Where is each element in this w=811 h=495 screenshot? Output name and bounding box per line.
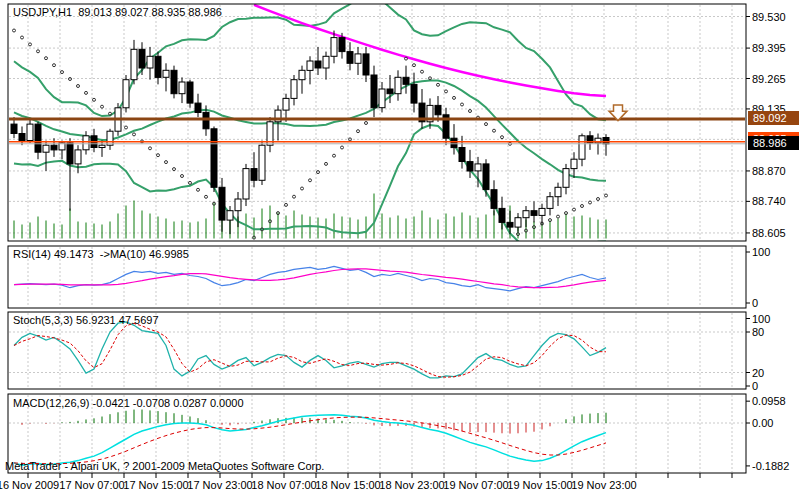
price-badge-bid: 88.986 bbox=[748, 136, 799, 150]
price-axis-label: 89.265 bbox=[752, 73, 786, 85]
time-axis-label: 19 Nov 23:00 bbox=[559, 479, 649, 491]
stoch-axis-label: 100 bbox=[752, 313, 770, 325]
price-axis-label: 89.530 bbox=[752, 11, 786, 23]
chart-title: USDJPY,H1 89.013 89.027 88.935 88.986 bbox=[13, 6, 222, 19]
rsi-axis-label: 0 bbox=[752, 297, 758, 309]
rsi-indicator-label: RSI(14) 49.1473 ->MA(10) 46.9985 bbox=[13, 248, 189, 261]
copyright-text: MetaTrader - Alpari UK, ? 2001-2009 Meta… bbox=[5, 460, 324, 473]
stoch-axis-label: 80 bbox=[752, 326, 764, 338]
macd-axis-label: 0.0958 bbox=[752, 395, 786, 407]
stoch-axis-label: 20 bbox=[752, 367, 764, 379]
mt4-chart-window[interactable]: USDJPY,H1 89.013 89.027 88.935 88.986 RS… bbox=[0, 0, 811, 495]
stoch-indicator-label: Stoch(5,3,3) 56.9231 47.5697 bbox=[13, 314, 159, 327]
price-axis-label: 88.740 bbox=[752, 195, 786, 207]
macd-indicator-label: MACD(12,26,9) -0.0421 -0.0708 0.0287 0.0… bbox=[13, 397, 244, 410]
macd-axis-label: 0.00 bbox=[752, 417, 773, 429]
stoch-axis-label: 0 bbox=[752, 380, 758, 392]
price-badge-level: 89.092 bbox=[748, 111, 799, 125]
price-axis-label: 88.605 bbox=[752, 227, 786, 239]
price-axis-label: 88.870 bbox=[752, 165, 786, 177]
rsi-axis-label: 100 bbox=[752, 246, 770, 258]
price-axis-label: 89.395 bbox=[752, 42, 786, 54]
macd-axis-label: -0.1882 bbox=[752, 460, 789, 472]
